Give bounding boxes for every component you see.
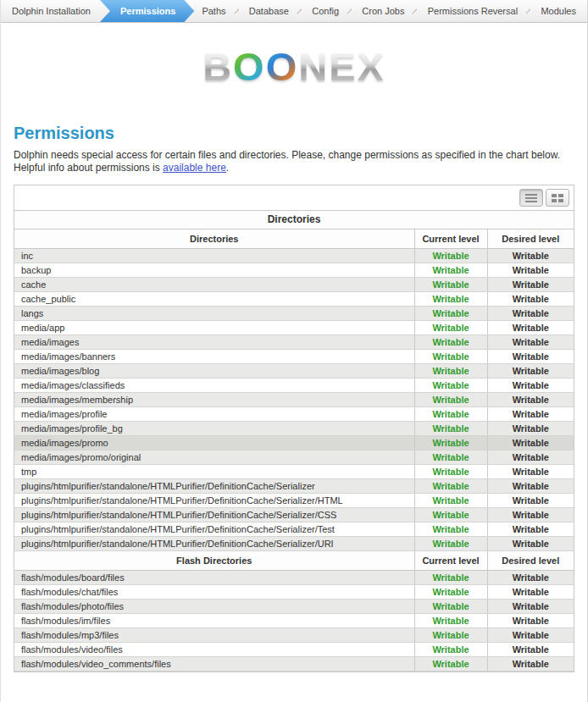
desired-level: Writable <box>487 334 574 349</box>
directory-path: plugins/htmlpurifier/standalone/HTMLPuri… <box>14 522 414 536</box>
desired-level: Writable <box>487 435 574 450</box>
directory-path: flash/modules/photo/files <box>14 599 414 613</box>
desired-level: Writable <box>487 627 574 642</box>
current-level: Writable <box>414 450 487 464</box>
directory-path: inc <box>14 248 414 263</box>
directory-path: flash/modules/board/files <box>14 570 414 584</box>
table-row: plugins/htmlpurifier/standalone/HTMLPuri… <box>14 522 574 536</box>
current-level: Writable <box>414 464 487 478</box>
directory-path: plugins/htmlpurifier/standalone/HTMLPuri… <box>14 536 414 550</box>
table-row: flash/modules/video_comments/filesWritab… <box>14 656 574 671</box>
table-row: cache_publicWritableWritable <box>14 291 574 306</box>
current-level: Writable <box>414 613 487 627</box>
nav-item-modules[interactable]: Modules <box>530 0 587 22</box>
intro-line2-prefix: Helpful info about permissions is <box>14 162 163 174</box>
table-row: media/imagesWritableWritable <box>14 334 574 349</box>
directory-path: media/images/classifieds <box>14 378 414 392</box>
column-header-current-level: Current level <box>414 550 487 570</box>
table-row: incWritableWritable <box>14 248 574 263</box>
current-level: Writable <box>414 522 487 536</box>
desired-level: Writable <box>487 421 574 435</box>
directory-path: backup <box>14 263 414 277</box>
column-header-directories: Directories <box>14 229 414 248</box>
directories-column-header: Directories Current level Desired level <box>14 229 574 248</box>
directory-path: cache <box>14 277 414 291</box>
table-row: cacheWritableWritable <box>14 277 574 291</box>
table-row: langsWritableWritable <box>14 306 574 320</box>
desired-level: Writable <box>487 263 574 277</box>
desired-level: Writable <box>487 363 574 378</box>
nav-item-cron-jobs[interactable]: Cron Jobs <box>351 0 415 22</box>
directory-path: media/images/membership <box>14 392 414 406</box>
nav-item-paths[interactable]: Paths <box>191 0 236 22</box>
logo-letter: E <box>329 47 357 86</box>
table-row: flash/modules/photo/filesWritableWritabl… <box>14 599 574 613</box>
column-header-current-level: Current level <box>414 229 487 248</box>
directories-group-header: Directories <box>14 211 574 229</box>
directory-path: flash/modules/mp3/files <box>14 627 414 642</box>
table-row: media/images/promo/originalWritableWrita… <box>14 450 574 464</box>
desired-level: Writable <box>487 248 574 263</box>
directory-path: media/images/blog <box>14 363 414 378</box>
desired-level: Writable <box>487 464 574 478</box>
desired-level: Writable <box>487 642 574 656</box>
desired-level: Writable <box>487 406 574 421</box>
current-level: Writable <box>414 656 487 671</box>
nav-item-database[interactable]: Database <box>238 0 300 22</box>
list-view-icon <box>525 194 537 202</box>
current-level: Writable <box>414 421 487 435</box>
desired-level: Writable <box>487 450 574 464</box>
desired-level: Writable <box>487 584 574 599</box>
list-view-button[interactable] <box>519 189 543 207</box>
desired-level: Writable <box>487 599 574 613</box>
page-title: Permissions <box>14 124 587 143</box>
desired-level: Writable <box>487 378 574 392</box>
current-level: Writable <box>414 627 487 642</box>
view-toolbar <box>14 185 574 211</box>
available-here-link[interactable]: available here <box>163 162 226 174</box>
current-level: Writable <box>414 584 487 599</box>
directory-path: plugins/htmlpurifier/standalone/HTMLPuri… <box>14 493 414 507</box>
column-header-desired-level: Desired level <box>487 550 574 570</box>
directory-path: media/images/profile <box>14 406 414 421</box>
directory-path: media/images/promo/original <box>14 450 414 464</box>
directory-path: flash/modules/im/files <box>14 613 414 627</box>
permissions-panel: Directories Directories Current level De… <box>14 185 574 672</box>
grid-view-button[interactable] <box>546 189 569 207</box>
current-level: Writable <box>414 363 487 378</box>
boonex-logo: BOONEX <box>1 47 587 86</box>
directory-path: plugins/htmlpurifier/standalone/HTMLPuri… <box>14 478 414 493</box>
directories-rows: incWritableWritablebackupWritableWritabl… <box>14 248 574 550</box>
table-row: flash/modules/mp3/filesWritableWritable <box>14 627 574 642</box>
logo-letter: O <box>266 47 299 86</box>
current-level: Writable <box>414 277 487 291</box>
desired-level: Writable <box>487 349 574 363</box>
page: Dolphin InstallationPermissionsPathsData… <box>0 0 588 702</box>
nav-item-permissions[interactable]: Permissions <box>100 0 194 22</box>
directory-path: langs <box>14 306 414 320</box>
desired-level: Writable <box>487 507 574 522</box>
table-row: flash/modules/chat/filesWritableWritable <box>14 584 574 599</box>
desired-level: Writable <box>487 277 574 291</box>
table-row: media/images/blogWritableWritable <box>14 363 574 378</box>
directory-path: flash/modules/video/files <box>14 642 414 656</box>
desired-level: Writable <box>487 570 574 584</box>
directory-path: media/images/profile_bg <box>14 421 414 435</box>
current-level: Writable <box>414 291 487 306</box>
current-level: Writable <box>414 334 487 349</box>
current-level: Writable <box>414 536 487 550</box>
table-row: plugins/htmlpurifier/standalone/HTMLPuri… <box>14 493 574 507</box>
table-row: media/images/classifiedsWritableWritable <box>14 378 574 392</box>
intro-line2-suffix: . <box>226 162 229 174</box>
nav-item-dolphin-installation[interactable]: Dolphin Installation <box>1 0 102 22</box>
nav-item-config[interactable]: Config <box>301 0 350 22</box>
nav-item-permissions-reversal[interactable]: Permissions Reversal <box>417 0 529 22</box>
current-level: Writable <box>414 642 487 656</box>
current-level: Writable <box>414 478 487 493</box>
logo-letter: N <box>298 47 329 86</box>
table-row: flash/modules/im/filesWritableWritable <box>14 613 574 627</box>
table-row: flash/modules/video/filesWritableWritabl… <box>14 642 574 656</box>
flash-directories-rows: flash/modules/board/filesWritableWritabl… <box>14 570 574 671</box>
desired-level: Writable <box>487 522 574 536</box>
current-level: Writable <box>414 248 487 263</box>
